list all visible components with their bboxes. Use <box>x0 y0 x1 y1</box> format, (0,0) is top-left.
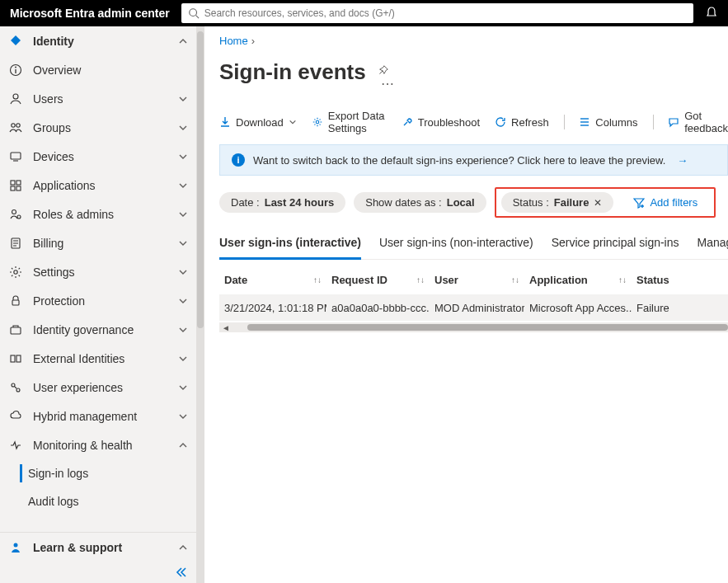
sidebar-item-label: External Identities <box>33 352 168 365</box>
col-header-request-id[interactable]: Request ID↑↓ <box>326 274 430 286</box>
chevron-down-icon <box>178 354 188 364</box>
toolbar-label: Columns <box>595 116 637 129</box>
svg-point-14 <box>12 209 16 214</box>
sidebar-item-learn-support[interactable]: Learn & support <box>0 533 196 562</box>
highlighted-filters: Status : Failure ✕ Add filters <box>495 187 716 218</box>
sidebar: Identity Overview Users Groups <box>0 26 196 583</box>
col-header-user[interactable]: User↑↓ <box>430 274 524 286</box>
sidebar-item-label: Identity <box>33 35 168 48</box>
sidebar-item-billing[interactable]: Billing <box>0 228 196 257</box>
chevron-down-icon <box>178 238 188 248</box>
search-input[interactable] <box>204 7 687 19</box>
sidebar-item-label: Settings <box>33 266 168 279</box>
svg-point-4 <box>15 66 16 68</box>
notification-icon[interactable] <box>705 7 718 20</box>
chevron-down-icon <box>178 411 188 421</box>
toolbar-label: Export Data Settings <box>328 110 387 134</box>
filter-status[interactable]: Status : Failure ✕ <box>501 192 614 213</box>
tab-user-signins-interactive[interactable]: User sign-ins (interactive) <box>219 229 361 260</box>
download-button[interactable]: Download <box>219 116 297 129</box>
col-header-date[interactable]: Date↑↓ <box>219 274 326 286</box>
sidebar-sub-audit-logs[interactable]: Audit logs <box>20 487 196 515</box>
sidebar-item-overview[interactable]: Overview <box>0 55 196 84</box>
sidebar-item-users[interactable]: Users <box>0 84 196 113</box>
svg-point-27 <box>14 543 18 547</box>
col-header-status[interactable]: Status <box>632 274 689 286</box>
page-title: Sign-in events <box>219 59 366 85</box>
sidebar-item-user-experiences[interactable]: User experiences <box>0 373 196 402</box>
sidebar-item-applications[interactable]: Applications <box>0 171 196 200</box>
sidebar-item-label: Overview <box>33 63 188 77</box>
user-experiences-icon <box>8 381 23 394</box>
horizontal-scrollbar[interactable]: ◄ <box>219 322 728 332</box>
table-header: Date↑↓ Request ID↑↓ User↑↓ Application↑↓… <box>219 265 728 294</box>
search-bar[interactable] <box>181 3 693 23</box>
svg-point-0 <box>189 9 196 16</box>
sidebar-item-external-identities[interactable]: External Identities <box>0 344 196 373</box>
sort-icon: ↑↓ <box>511 275 519 284</box>
signins-table: Date↑↓ Request ID↑↓ User↑↓ Application↑↓… <box>219 265 728 332</box>
sidebar-item-roles-admins[interactable]: Roles & admins <box>0 200 196 228</box>
breadcrumb: Home › <box>219 35 728 47</box>
scrollbar-thumb[interactable] <box>197 31 204 328</box>
apps-icon <box>8 179 23 192</box>
cell-status: Failure <box>632 302 689 314</box>
sidebar-item-protection[interactable]: Protection <box>0 286 196 315</box>
cell-date: 3/21/2024, 1:01:18 PM <box>219 302 326 314</box>
export-data-settings-button[interactable]: Export Data Settings <box>312 110 387 134</box>
scrollbar-thumb[interactable] <box>247 324 728 331</box>
sidebar-item-devices[interactable]: Devices <box>0 142 196 171</box>
preview-banner[interactable]: i Want to switch back to the default sig… <box>219 144 728 176</box>
feedback-button[interactable]: Got feedback <box>668 110 728 134</box>
close-icon[interactable]: ✕ <box>594 197 602 209</box>
sidebar-item-settings[interactable]: Settings <box>0 257 196 286</box>
sidebar-scrollbar[interactable] <box>196 26 204 583</box>
chevron-down-icon <box>178 296 188 306</box>
columns-button[interactable]: Columns <box>579 116 637 129</box>
sidebar-item-hybrid-management[interactable]: Hybrid management <box>0 402 196 430</box>
cell-user: MOD Administrator <box>430 302 524 314</box>
external-identities-icon <box>8 352 23 365</box>
tab-service-principal[interactable]: Service principal sign-ins <box>552 229 679 259</box>
filter-show-dates[interactable]: Show dates as : Local <box>354 192 486 213</box>
sidebar-item-identity-governance[interactable]: Identity governance <box>0 315 196 344</box>
chevron-right-icon: › <box>251 35 255 47</box>
svg-point-6 <box>12 123 15 126</box>
gear-icon <box>312 116 323 128</box>
brand-label: Microsoft Entra admin center <box>10 7 170 20</box>
governance-icon <box>8 323 23 336</box>
filter-label: Show dates as : <box>365 196 442 209</box>
sidebar-item-identity[interactable]: Identity <box>0 26 196 55</box>
svg-point-15 <box>17 215 21 219</box>
breadcrumb-home[interactable]: Home <box>219 35 248 47</box>
filter-value: Failure <box>554 196 589 209</box>
group-icon <box>8 121 23 134</box>
table-row[interactable]: 3/21/2024, 1:01:18 PM a0a0a0a0-bbbb-ccc.… <box>219 294 728 321</box>
svg-point-26 <box>16 388 20 392</box>
troubleshoot-button[interactable]: Troubleshoot <box>402 116 480 129</box>
add-filters-button[interactable]: Add filters <box>622 192 709 213</box>
troubleshoot-icon <box>402 116 413 128</box>
sidebar-sub-signin-logs[interactable]: Sign-in logs <box>20 459 196 487</box>
chevron-down-icon <box>178 267 188 277</box>
tab-user-signins-noninteractive[interactable]: User sign-ins (non-interactive) <box>379 229 533 259</box>
col-header-application[interactable]: Application↑↓ <box>524 274 632 286</box>
tabs: User sign-ins (interactive) User sign-in… <box>219 229 728 260</box>
sidebar-item-label: Protection <box>33 294 168 308</box>
collapse-sidebar-button[interactable] <box>0 562 196 583</box>
filter-label: Status : <box>513 196 549 209</box>
sort-icon: ↑↓ <box>313 275 322 284</box>
more-icon[interactable]: ⋯ <box>379 77 396 91</box>
sidebar-item-groups[interactable]: Groups <box>0 113 196 142</box>
toolbar-divider <box>564 115 565 129</box>
filter-date[interactable]: Date : Last 24 hours <box>219 192 345 213</box>
refresh-button[interactable]: Refresh <box>495 116 549 129</box>
svg-point-7 <box>16 123 20 126</box>
svg-rect-10 <box>11 181 15 185</box>
top-bar: Microsoft Entra admin center <box>0 0 728 26</box>
search-icon <box>188 7 200 19</box>
scroll-left-icon[interactable]: ◄ <box>219 323 232 332</box>
roles-icon <box>8 208 23 221</box>
sidebar-item-monitoring-health[interactable]: Monitoring & health <box>0 430 196 459</box>
tab-managed-identity[interactable]: Managed identity <box>697 229 728 259</box>
